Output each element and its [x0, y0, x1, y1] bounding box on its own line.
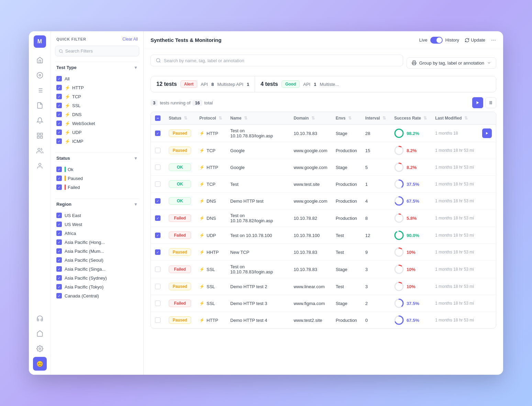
test-type-header[interactable]: Test Type ▼ — [55, 62, 139, 73]
checkbox-paused[interactable]: ✓ — [56, 176, 62, 181]
filter-item-paused[interactable]: ✓ Paused — [55, 174, 139, 183]
row-checkbox[interactable] — [155, 249, 160, 255]
filter-clear-button[interactable]: Clear All — [122, 37, 138, 42]
status-header[interactable]: Status ⇅ — [165, 112, 195, 125]
filter-item-ssl[interactable]: ✓ ⚡SSL — [55, 101, 139, 110]
sidebar-item-home[interactable] — [33, 53, 47, 67]
filter-item-asia-hk[interactable]: ✓ Asia Pacific (Hong... — [55, 238, 139, 247]
row-checkbox[interactable] — [155, 233, 160, 238]
sidebar-item-avatar[interactable]: 😊 — [33, 357, 47, 371]
row-checkbox[interactable] — [155, 131, 160, 136]
row-action-cell — [478, 278, 496, 295]
row-checkbox[interactable] — [155, 181, 160, 187]
name-header[interactable]: Name ⇅ — [226, 112, 289, 125]
success-rate-header[interactable]: Success Rate ⇅ — [390, 112, 431, 125]
checkbox-http[interactable]: ✓ — [56, 85, 62, 90]
select-all-header[interactable] — [151, 112, 165, 125]
more-icon[interactable] — [491, 37, 496, 43]
checkbox-asia-mum[interactable]: ✓ — [56, 248, 62, 254]
filter-item-dns[interactable]: ✓ ⚡DNS — [55, 110, 139, 119]
filter-item-websocket[interactable]: ✓ ⚡WebSocket — [55, 119, 139, 128]
sidebar-item-alert[interactable] — [33, 114, 47, 127]
checkbox-canada[interactable]: ✓ — [56, 293, 62, 298]
checkbox-asia-seoul[interactable]: ✓ — [56, 257, 62, 263]
filter-search-box[interactable] — [55, 46, 139, 56]
filter-item-canada[interactable]: ✓ Canada (Central) — [55, 291, 139, 300]
protocol-value: ⚡SSL — [199, 267, 222, 272]
row-play-button[interactable] — [482, 128, 492, 138]
filter-item-icmp[interactable]: ✓ ⚡ICMP — [55, 137, 139, 146]
filter-item-ok[interactable]: ✓ Ok — [55, 165, 139, 174]
checkbox-udp[interactable]: ✓ — [56, 129, 62, 135]
filter-item-africa[interactable]: ✓ Africa — [55, 229, 139, 238]
filter-search-input[interactable] — [65, 48, 135, 54]
play-button[interactable] — [472, 97, 483, 108]
status-header[interactable]: Status ▼ — [55, 153, 139, 163]
row-checkbox[interactable] — [155, 301, 160, 306]
row-checkbox[interactable] — [155, 215, 160, 221]
sidebar-item-users[interactable] — [33, 144, 47, 158]
last-modified-header[interactable]: Last Modified ⇅ — [431, 112, 478, 125]
region-header[interactable]: Region ▼ — [55, 199, 139, 210]
live-toggle-switch[interactable] — [430, 37, 443, 44]
row-checkbox[interactable] — [155, 148, 160, 153]
checkbox-asia-tokyo[interactable]: ✓ — [56, 284, 62, 290]
sidebar-item-settings[interactable] — [33, 342, 47, 356]
play-row-icon[interactable] — [482, 128, 492, 138]
sidebar-item-list[interactable] — [33, 83, 47, 97]
svg-rect-11 — [37, 136, 39, 138]
checkbox-websocket[interactable]: ✓ — [56, 121, 62, 126]
checkbox-all[interactable]: ✓ — [56, 76, 62, 81]
checkbox-asia-hk[interactable]: ✓ — [56, 239, 62, 245]
checkbox-asia-sydney[interactable]: ✓ — [56, 275, 62, 281]
row-checkbox[interactable] — [155, 165, 160, 170]
filter-item-all[interactable]: ✓ All — [55, 74, 139, 83]
checkbox-ok[interactable]: ✓ — [56, 167, 62, 172]
row-checkbox[interactable] — [155, 198, 160, 204]
main-search[interactable] — [151, 55, 403, 66]
checkbox-icmp[interactable]: ✓ — [56, 138, 62, 144]
filter-item-asia-sydney[interactable]: ✓ Asia Pacific (Sydney) — [55, 273, 139, 282]
sidebar-item-doc[interactable] — [33, 99, 47, 112]
filter-item-udp[interactable]: ✓ ⚡UDP — [55, 128, 139, 137]
filter-item-us-west[interactable]: ✓ US West — [55, 220, 139, 229]
success-pct-label: 8.2% — [407, 148, 417, 153]
checkbox-us-east[interactable]: ✓ — [56, 213, 62, 218]
filter-item-asia-singa[interactable]: ✓ Asia Pacific (Singa... — [55, 264, 139, 273]
checkbox-tcp[interactable]: ✓ — [56, 94, 62, 99]
protocol-cell: ⚡SSL — [195, 261, 226, 278]
checkbox-failed[interactable]: ✓ — [56, 184, 62, 190]
select-all-checkbox[interactable] — [155, 115, 160, 121]
status-badge: OK — [169, 197, 191, 205]
domain-header[interactable]: Domain ⇅ — [289, 112, 331, 125]
filter-item-asia-tokyo[interactable]: ✓ Asia Pacific (Tokyo) — [55, 282, 139, 291]
row-checkbox[interactable] — [155, 267, 160, 272]
envs-header[interactable]: Envs ⇅ — [332, 112, 361, 125]
protocol-header[interactable]: Protocol ⇅ — [195, 112, 226, 125]
filter-item-tcp[interactable]: ✓ ⚡TCP — [55, 92, 139, 101]
filter-item-asia-seoul[interactable]: ✓ Asia Pacific (Seoul) — [55, 256, 139, 264]
sidebar-item-person[interactable] — [33, 159, 47, 173]
filter-item-http[interactable]: ✓ ⚡HTTP — [55, 83, 139, 92]
checkbox-ssl[interactable]: ✓ — [56, 103, 62, 108]
pause-button[interactable] — [485, 97, 496, 108]
checkbox-us-west[interactable]: ✓ — [56, 222, 62, 227]
sidebar-item-home2[interactable] — [33, 327, 47, 340]
group-by-button[interactable]: Group by tag, label or annotation — [407, 57, 496, 69]
sidebar-item-monitor[interactable] — [33, 68, 47, 82]
filter-item-failed[interactable]: ✓ Failed — [55, 183, 139, 192]
checkbox-dns[interactable]: ✓ — [56, 112, 62, 117]
interval-header[interactable]: Interval ⇅ — [361, 112, 390, 125]
filter-item-us-east[interactable]: ✓ US East — [55, 211, 139, 220]
checkbox-asia-singa[interactable]: ✓ — [56, 266, 62, 272]
main-search-input[interactable] — [164, 58, 398, 63]
row-checkbox[interactable] — [155, 317, 160, 323]
row-checkbox[interactable] — [155, 284, 160, 289]
filter-item-asia-mum[interactable]: ✓ Asia Pacific (Mum... — [55, 247, 139, 256]
sidebar-item-widgets[interactable] — [33, 129, 47, 143]
row-action-cell — [478, 142, 496, 159]
sidebar-item-support[interactable] — [33, 312, 47, 325]
app-logo[interactable]: M — [34, 35, 46, 48]
checkbox-africa[interactable]: ✓ — [56, 230, 62, 236]
update-button[interactable]: Update — [465, 37, 485, 43]
